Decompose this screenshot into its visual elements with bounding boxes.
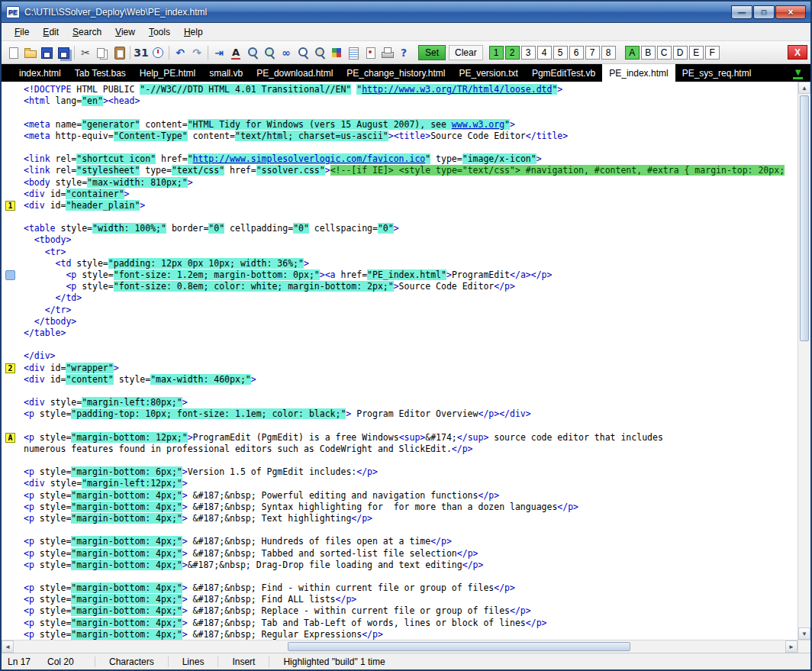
code-line[interactable]: <tr> [24,247,798,258]
highlight-slot-7[interactable]: 7 [585,46,600,60]
highlight-slot-3[interactable]: 3 [521,46,536,60]
code-line[interactable] [24,571,798,582]
file-info-icon[interactable] [362,44,379,61]
bookmark-marker-2[interactable]: 2 [5,363,15,373]
scroll-right-icon[interactable]: ► [785,640,798,653]
code-line[interactable]: <p style="font-size: 0.8em; color: white… [24,281,798,292]
highlight-slot-2[interactable]: 2 [505,46,520,60]
undo-icon[interactable]: ↶ [172,44,188,61]
line-list-icon[interactable] [345,44,362,61]
tab-Help_PE.html[interactable]: Help_PE.html [133,64,202,82]
scroll-up-icon[interactable]: ▲ [798,82,810,94]
status-insert-mode[interactable]: Insert [218,656,269,667]
find-next-icon[interactable] [261,44,278,61]
code-line[interactable]: <link rel="stylesheet" type="text/css" h… [24,165,798,176]
highlight-slot-F[interactable]: F [705,46,720,60]
horizontal-scrollbar[interactable]: ◄ ► [2,640,798,653]
code-line[interactable]: <p style="margin-bottom: 4px;">&#187;&nb… [24,560,798,571]
code-line[interactable]: <p style="margin-bottom: 4px;"> &#187;&n… [24,618,798,629]
block-select-icon[interactable] [328,44,345,61]
code-line[interactable]: <div id="content" style="max-width: 460p… [24,374,798,386]
tab-small.vb[interactable]: small.vb [202,64,250,82]
cut-icon[interactable]: ✂ [77,44,94,61]
tab-PE_sys_req.html[interactable]: PE_sys_req.html [675,64,759,82]
code-line[interactable]: <table style="width: 100%;" border="0" c… [24,223,798,234]
code-line[interactable] [24,211,798,223]
highlight-slot-6[interactable]: 6 [569,46,584,60]
code-line[interactable]: <p style="margin-bottom: 4px;"> &#187;&n… [24,536,798,547]
open-file-icon[interactable] [21,44,38,61]
insert-date-icon[interactable]: 31 [133,44,150,61]
code-line[interactable]: <div id="wrapper"> [24,363,798,374]
set-highlight-button[interactable]: Set [418,45,446,60]
horizontal-scroll-thumb[interactable] [288,642,630,651]
redo-icon[interactable]: ↷ [188,44,205,61]
menu-edit[interactable]: Edit [36,24,66,40]
code-line[interactable]: numerous features found in professional … [24,444,798,455]
help-icon[interactable]: ? [395,44,412,61]
code-line[interactable] [24,339,798,350]
save-all-icon[interactable] [55,44,72,61]
code-line[interactable]: <p style="margin-bottom: 4px;"> &#187;&n… [24,582,798,594]
code-line[interactable]: <!DOCTYPE HTML PUBLIC "-//W3C//DTD HTML … [24,84,798,95]
status-characters[interactable]: Characters [95,656,168,667]
code-line[interactable]: </tr> [24,305,798,316]
tab-index.html[interactable]: index.html [12,64,68,82]
highlight-slot-A[interactable]: A [625,46,640,60]
print-icon[interactable] [379,44,395,61]
code-line[interactable]: <meta http-equiv="Content-Type" content=… [24,131,798,142]
code-line[interactable]: <body style="max-width: 810px;"> [24,177,798,189]
highlight-slot-8[interactable]: 8 [601,46,616,60]
scroll-down-icon[interactable]: ▼ [798,627,810,640]
code-line[interactable]: <div style="margin-left:12px;"> [24,478,798,489]
menu-search[interactable]: Search [66,24,108,40]
highlight-slot-D[interactable]: D [673,46,688,60]
code-line[interactable]: <p style="margin-bottom: 4px;"> &#187;&n… [24,629,798,640]
code-line[interactable]: <p style="margin-bottom: 4px;"> &#187;&n… [24,502,798,513]
find-in-files-icon[interactable] [295,44,311,61]
maximize-button[interactable]: □ [753,5,775,19]
tab-PE_change_history.html[interactable]: PE_change_history.html [340,64,452,82]
save-file-icon[interactable] [38,44,55,61]
code-line[interactable] [24,524,798,536]
code-line[interactable]: <p style="margin-bottom: 4px;"> &#187;&n… [24,490,798,502]
code-line[interactable]: <td style="padding: 12px 0px 10px; width… [24,258,798,269]
code-line[interactable]: <div id="container"> [24,189,798,200]
code-line[interactable]: <link rel="shortcut icon" href="http://w… [24,153,798,165]
code-line[interactable]: <p style="padding-top: 10px; font-size: … [24,408,798,420]
code-line[interactable]: <p style="font-size: 1.2em; margin-botto… [24,269,798,281]
code-line[interactable] [24,386,798,397]
code-line[interactable]: <div style="margin-left:80px;"> [24,397,798,408]
font-style-icon[interactable]: A [227,44,244,61]
close-file-button[interactable]: X [788,45,807,60]
editor-area[interactable]: 12A <!DOCTYPE HTML PUBLIC "-//W3C//DTD H… [2,82,810,640]
new-file-icon[interactable] [5,44,21,61]
tab-PE_index.html[interactable]: PE_index.html [602,64,675,82]
highlight-slot-1[interactable]: 1 [489,46,504,60]
tab-PE_version.txt[interactable]: PE_version.txt [453,64,525,82]
menu-help[interactable]: Help [177,24,210,40]
scroll-left-icon[interactable]: ◄ [2,640,14,653]
code-line[interactable] [24,455,798,466]
highlight-slot-5[interactable]: 5 [553,46,568,60]
code-line[interactable]: <html lang="en"><head> [24,95,798,107]
code-line[interactable]: </td> [24,292,798,304]
highlight-slot-E[interactable]: E [689,46,704,60]
code-line[interactable]: </tbody> [24,316,798,327]
highlight-slot-C[interactable]: C [657,46,672,60]
tab-PgmEditTest.vb[interactable]: PgmEditTest.vb [525,64,602,82]
file-list-dropdown-icon[interactable]: ▼ [793,66,803,79]
code-line[interactable]: <p style="margin-bottom: 4px;"> &#187;&n… [24,594,798,605]
highlight-slot-B[interactable]: B [641,46,656,60]
code-line[interactable]: </table> [24,327,798,339]
code-line[interactable]: <p style="margin-bottom: 4px;"> &#187;&n… [24,513,798,524]
code-area[interactable]: <!DOCTYPE HTML PUBLIC "-//W3C//DTD HTML … [21,82,798,640]
vertical-scrollbar[interactable]: ▲ ▼ [798,82,810,640]
code-line[interactable] [24,107,798,118]
bookmark-marker-A[interactable]: A [5,433,15,443]
tab-Tab Test.bas[interactable]: Tab Test.bas [68,64,133,82]
find-icon[interactable] [244,44,261,61]
code-line[interactable]: </div> [24,350,798,362]
status-lines[interactable]: Lines [168,656,218,667]
copy-icon[interactable] [94,44,111,61]
